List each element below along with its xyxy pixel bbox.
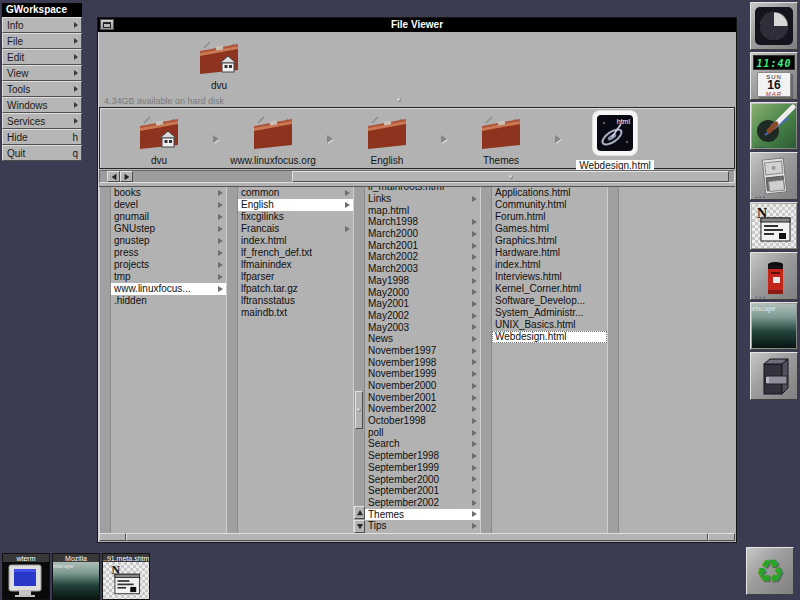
list-item[interactable]: Software_Develop... bbox=[492, 295, 607, 307]
resize-bar-middle[interactable] bbox=[126, 533, 708, 541]
list-item[interactable]: common bbox=[238, 187, 353, 199]
list-item[interactable]: lfpatch.tar.gz bbox=[238, 283, 353, 295]
list-item[interactable]: www.linuxfocus... bbox=[111, 283, 226, 295]
miniwindow-mozilla[interactable]: Mozilla N etscape bbox=[52, 553, 100, 600]
list-item[interactable]: May2001 bbox=[365, 298, 480, 310]
list-item[interactable]: Community.html bbox=[492, 199, 607, 211]
list-item[interactable]: System_Administr... bbox=[492, 307, 607, 319]
column-scrollbar[interactable] bbox=[607, 187, 619, 533]
list-item[interactable]: Forum.html bbox=[492, 211, 607, 223]
list-item[interactable]: March2002 bbox=[365, 251, 480, 263]
list-item[interactable]: Search bbox=[365, 438, 480, 450]
list-item[interactable]: UNIX_Basics.html bbox=[492, 319, 607, 331]
list-item[interactable]: Francais bbox=[238, 223, 353, 235]
shelf-scrollbar[interactable] bbox=[99, 170, 735, 183]
shelf-scroll-left-button[interactable] bbox=[107, 171, 120, 182]
scroller-dimple[interactable] bbox=[397, 98, 401, 102]
list-item[interactable]: lftransstatus bbox=[238, 295, 353, 307]
list-item[interactable]: May2003 bbox=[365, 322, 480, 334]
window-titlebar[interactable]: File Viewer bbox=[98, 18, 736, 32]
list-item[interactable]: index.html bbox=[238, 235, 353, 247]
resize-bar[interactable] bbox=[99, 533, 735, 541]
column-scrollbar[interactable] bbox=[480, 187, 492, 533]
list-item[interactable]: September1998 bbox=[365, 450, 480, 462]
menu-item-edit[interactable]: Edit bbox=[2, 49, 82, 65]
menu-item-info[interactable]: Info bbox=[2, 17, 82, 33]
dock-tile-drawer-cabinet[interactable] bbox=[750, 352, 798, 400]
list-item[interactable]: press bbox=[111, 247, 226, 259]
shelf-item-webdesign-html[interactable]: html Webdesign.html bbox=[562, 111, 668, 173]
list-item[interactable]: Games.html bbox=[492, 223, 607, 235]
miniwindow-91-meta-shtml[interactable]: ..91.meta.shtml N bbox=[102, 553, 150, 600]
list-item[interactable]: map.html bbox=[365, 205, 480, 217]
list-item[interactable]: GNUstep bbox=[111, 223, 226, 235]
dock-tile-postbox[interactable]: ... bbox=[750, 252, 798, 300]
list-item[interactable]: May1998 bbox=[365, 275, 480, 287]
list-item[interactable]: May2000 bbox=[365, 287, 480, 299]
list-item[interactable]: November2000 bbox=[365, 380, 480, 392]
list-item[interactable]: Kernel_Corner.html bbox=[492, 283, 607, 295]
resize-bar-right[interactable] bbox=[708, 533, 735, 541]
menu-item-tools[interactable]: Tools bbox=[2, 81, 82, 97]
dock-tile-clock[interactable]: 11:40SUN16MAR bbox=[750, 52, 798, 100]
list-item[interactable]: projects bbox=[111, 259, 226, 271]
root-folder-item[interactable]: dvu bbox=[187, 36, 251, 91]
list-item[interactable]: October1998 bbox=[365, 415, 480, 427]
dock-tile-sphere-logo[interactable] bbox=[750, 2, 798, 50]
list-item[interactable]: September2002 bbox=[365, 497, 480, 509]
column-scrollbar[interactable] bbox=[353, 187, 365, 533]
list-item[interactable]: Webdesign.html bbox=[492, 331, 607, 343]
list-item[interactable]: Themes bbox=[365, 509, 480, 521]
column-scrollbar[interactable] bbox=[99, 187, 111, 533]
menu-item-services[interactable]: Services bbox=[2, 113, 82, 129]
list-item[interactable]: books bbox=[111, 187, 226, 199]
list-item[interactable]: March2000 bbox=[365, 228, 480, 240]
list-item[interactable]: November2001 bbox=[365, 392, 480, 404]
resize-bar-left[interactable] bbox=[99, 533, 126, 541]
list-item[interactable]: March2001 bbox=[365, 240, 480, 252]
list-item[interactable]: Applications.html bbox=[492, 187, 607, 199]
list-item[interactable]: Links bbox=[365, 193, 480, 205]
list-item[interactable]: Interviews.html bbox=[492, 271, 607, 283]
miniaturize-button[interactable] bbox=[100, 19, 114, 30]
list-item[interactable]: .hidden bbox=[111, 295, 226, 307]
list-item[interactable]: March2003 bbox=[365, 263, 480, 275]
list-item[interactable]: November2002 bbox=[365, 403, 480, 415]
list-item[interactable]: May2002 bbox=[365, 310, 480, 322]
dock-tile-file-cabinet[interactable]: ... bbox=[750, 152, 798, 200]
shelf-item-themes[interactable]: Themes bbox=[448, 111, 554, 166]
list-item[interactable]: English bbox=[238, 199, 353, 211]
list-item[interactable]: lf_french_def.txt bbox=[238, 247, 353, 259]
menu-item-file[interactable]: File bbox=[2, 33, 82, 49]
recycler-dock-tile[interactable]: ♻ bbox=[746, 547, 794, 595]
shelf-item-dvu[interactable]: dvu bbox=[106, 111, 212, 166]
shelf-scroll-right-button[interactable] bbox=[120, 171, 133, 182]
list-item[interactable]: November1999 bbox=[365, 368, 480, 380]
menu-item-hide[interactable]: Hideh bbox=[2, 129, 82, 145]
dock-tile-paintbrush[interactable]: ... bbox=[750, 102, 798, 150]
dock-tile-mail-document[interactable]: N bbox=[750, 202, 798, 250]
list-item[interactable]: index.html bbox=[492, 259, 607, 271]
list-item[interactable]: gnumail bbox=[111, 211, 226, 223]
shelf-item-www-linuxfocus-org[interactable]: www.linuxfocus.org bbox=[220, 111, 326, 166]
miniwindow-wterm[interactable]: wterm bbox=[2, 553, 50, 600]
menu-title[interactable]: GWorkspace bbox=[2, 3, 82, 17]
list-item[interactable]: gnustep bbox=[111, 235, 226, 247]
list-item[interactable]: lfmainindex bbox=[238, 259, 353, 271]
scroll-down-button[interactable] bbox=[354, 520, 365, 533]
menu-item-quit[interactable]: Quitq bbox=[2, 145, 82, 161]
menu-item-view[interactable]: View bbox=[2, 65, 82, 81]
list-item[interactable]: Graphics.html bbox=[492, 235, 607, 247]
scroll-up-button[interactable] bbox=[354, 506, 365, 519]
list-item[interactable]: Hardware.html bbox=[492, 247, 607, 259]
menu-item-windows[interactable]: Windows bbox=[2, 97, 82, 113]
dock-tile-netscape[interactable]: N etscape bbox=[750, 302, 798, 350]
list-item[interactable]: September1999 bbox=[365, 462, 480, 474]
scrollbar-thumb[interactable] bbox=[355, 391, 363, 429]
list-item[interactable]: November1998 bbox=[365, 357, 480, 369]
shelf-item-english[interactable]: English bbox=[334, 111, 440, 166]
column-scrollbar[interactable] bbox=[226, 187, 238, 533]
list-item[interactable]: devel bbox=[111, 199, 226, 211]
list-item[interactable]: Tips bbox=[365, 520, 480, 532]
list-item[interactable]: November1997 bbox=[365, 345, 480, 357]
